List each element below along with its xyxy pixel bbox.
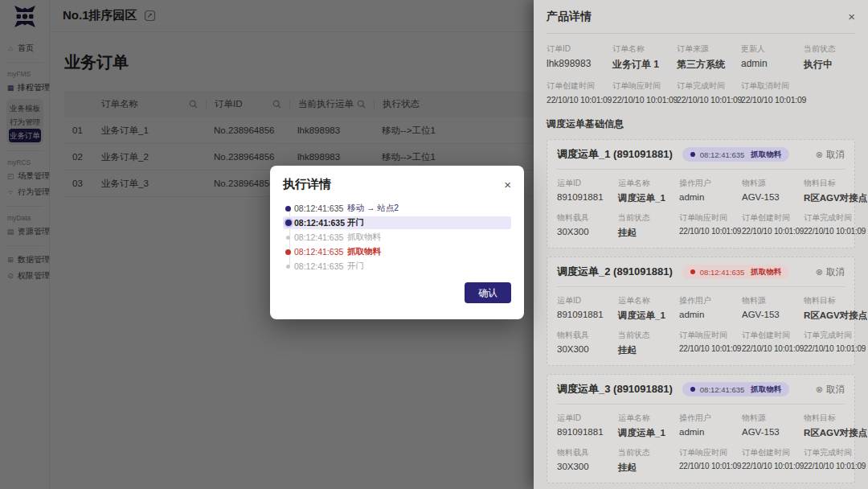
field-value: 22/10/10 10:01:09 <box>804 344 867 353</box>
waybill-card-title: 调度运单_2 (891091881) <box>557 265 673 279</box>
field-value: lhk898983 <box>547 58 612 69</box>
field-value: 挂起 <box>618 227 679 239</box>
field-label: 物料载具 <box>557 212 618 224</box>
field-label: 订单名称 <box>612 43 677 55</box>
field-label: 订单创建时间 <box>742 330 804 341</box>
status-badge: 08:12:41:635 抓取物料 <box>682 265 789 279</box>
field-label: 订单响应时间 <box>679 447 742 458</box>
order-info-grid: 订单ID lhk898983 订单名称 业务订单 1 订单来源 第三方系统 更新… <box>547 43 855 72</box>
field-label: 物料源 <box>742 178 804 189</box>
field-label: 当前状态 <box>804 43 855 55</box>
status-dot-icon <box>690 152 695 157</box>
close-icon[interactable]: × <box>504 179 511 191</box>
execution-timeline: 08:12:41:635 移动 → 站点2 08:12:41:635 开门 08… <box>283 202 511 273</box>
field-value: 22/10/10 10:01:09 <box>742 462 804 471</box>
field-value: AGV-153 <box>742 192 804 202</box>
field-label: 物料目标 <box>804 178 867 189</box>
timeline-step-current: 08:12:41:635 开门 <box>283 216 511 229</box>
field-value: AGV-153 <box>742 427 804 437</box>
field-value: R区AGV对接点 <box>804 427 867 439</box>
field-value: 执行中 <box>804 58 855 72</box>
field-value: 22/10/10 10:01:09 <box>679 344 742 353</box>
field-value: 22/10/10 10:01:09 <box>741 95 855 105</box>
field-label: 操作用户 <box>679 295 742 306</box>
field-value: 调度运单_1 <box>618 427 679 439</box>
step-dot-icon <box>285 220 294 226</box>
field-label: 订单响应时间 <box>679 330 742 341</box>
waybill-card-title: 调度运单_1 (891091881) <box>557 147 673 162</box>
field-label: 运单名称 <box>618 178 679 189</box>
field-value: 22/10/10 10:01:09 <box>742 344 804 353</box>
field-label: 操作用户 <box>679 178 742 189</box>
field-value: R区AGV对接点 <box>804 192 867 204</box>
app-window: ⌂ 首页 myFMS ▦ 排程管理 业务模板 行为管理 业务订单 myRCS ◰… <box>0 0 868 489</box>
badge-label: 抓取物料 <box>751 267 781 277</box>
field-value: 22/10/10 10:01:09 <box>804 227 867 236</box>
field-label: 订单创建时间 <box>742 212 804 224</box>
field-label: 订单创建时间 <box>742 447 804 458</box>
order-time-grid: 订单创建时间 22/10/10 10:01:09 订单响应时间 22/10/10… <box>547 80 855 105</box>
field-label: 当前状态 <box>618 447 679 458</box>
field-value: 22/10/10 10:01:09 <box>612 95 677 105</box>
step-label: 移动 → 站点2 <box>347 203 399 214</box>
step-label: 抓取物料 <box>347 232 381 243</box>
field-label: 订单完成时间 <box>804 212 867 224</box>
field-label: 订单来源 <box>677 43 741 55</box>
field-value: 30X300 <box>557 227 618 236</box>
product-detail-drawer: 产品详情 × 订单ID lhk898983 订单名称 业务订单 1 订单来源 第… <box>534 0 868 489</box>
badge-time: 08:12:41:635 <box>700 385 744 394</box>
field-label: 物料源 <box>742 295 804 306</box>
close-icon[interactable]: × <box>848 10 855 23</box>
badge-time: 08:12:41:635 <box>700 268 744 277</box>
field-label: 更新人 <box>741 43 804 55</box>
field-value: 调度运单_1 <box>618 310 679 322</box>
field-label: 运单ID <box>557 413 618 424</box>
section-title: 调度运单基础信息 <box>547 117 855 131</box>
field-value: 挂起 <box>618 344 679 356</box>
field-label: 订单完成时间 <box>677 80 741 92</box>
field-value: admin <box>679 192 742 202</box>
cancel-button[interactable]: ⊗ 取消 <box>816 266 845 278</box>
field-label: 运单ID <box>557 295 618 306</box>
field-label: 运单ID <box>557 178 618 189</box>
cancel-circle-icon: ⊗ <box>816 384 823 395</box>
cancel-circle-icon: ⊗ <box>816 267 823 277</box>
badge-time: 08:12:41:635 <box>700 150 744 159</box>
timeline-step-error: 08:12:41:635 抓取物料 <box>283 245 511 258</box>
field-label: 当前状态 <box>618 330 679 341</box>
field-value: 891091881 <box>557 192 618 202</box>
field-label: 订单ID <box>547 43 612 55</box>
field-value: 22/10/10 10:01:09 <box>742 227 804 236</box>
step-time: 08:12:41:635 <box>294 261 347 271</box>
step-time: 08:12:41:635 <box>294 232 347 242</box>
modal-title: 执行详情 <box>283 177 331 192</box>
status-dot-icon <box>690 387 695 392</box>
field-label: 运单名称 <box>618 413 679 424</box>
badge-label: 抓取物料 <box>751 384 781 395</box>
confirm-button[interactable]: 确认 <box>465 282 511 303</box>
field-label: 物料载具 <box>557 330 618 341</box>
step-dot-icon <box>285 236 294 240</box>
cancel-button[interactable]: ⊗ 取消 <box>816 149 845 161</box>
step-dot-icon <box>285 206 294 212</box>
cancel-button[interactable]: ⊗ 取消 <box>816 384 845 396</box>
field-label: 物料源 <box>742 413 804 424</box>
field-value: 第三方系统 <box>677 58 741 72</box>
field-value: admin <box>679 427 742 437</box>
field-value: R区AGV对接点 <box>804 310 867 322</box>
field-label: 物料目标 <box>804 413 867 424</box>
cancel-circle-icon: ⊗ <box>816 150 823 160</box>
field-value: 30X300 <box>557 344 618 354</box>
timeline-step: 08:12:41:635 移动 → 站点2 <box>283 202 511 215</box>
step-time: 08:12:41:635 <box>294 203 347 213</box>
execution-detail-modal: 执行详情 × 08:12:41:635 移动 → 站点2 08:12:41:63… <box>270 166 524 319</box>
field-label: 订单取消时间 <box>741 80 855 92</box>
field-value: admin <box>679 310 742 319</box>
field-value: 22/10/10 10:01:09 <box>679 227 742 236</box>
field-label: 物料载具 <box>557 447 618 458</box>
field-label: 订单完成时间 <box>804 447 867 458</box>
step-time: 08:12:41:635 <box>294 247 347 257</box>
drawer-header: 产品详情 × <box>547 0 855 34</box>
step-label: 抓取物料 <box>347 246 381 257</box>
field-value: 891091881 <box>557 427 618 437</box>
